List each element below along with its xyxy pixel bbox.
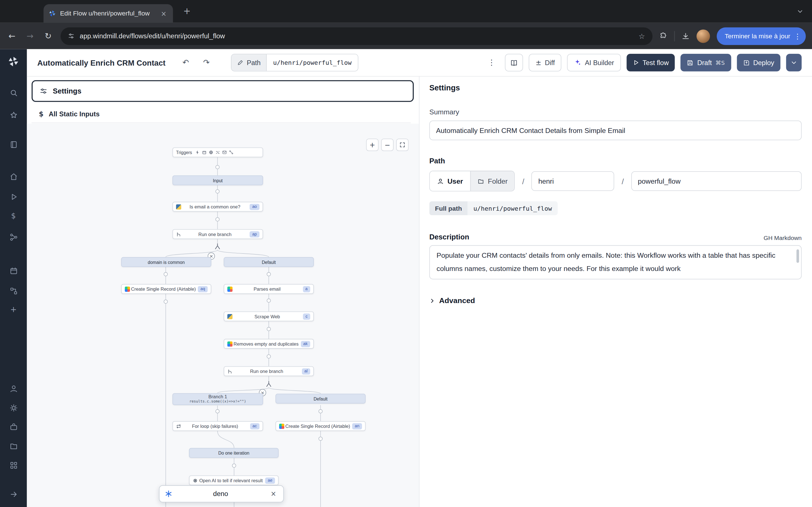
insert-step-dot[interactable]	[267, 354, 271, 358]
sidebar-item-apps[interactable]	[0, 461, 27, 470]
tab-close-icon[interactable]: ×	[160, 10, 168, 17]
flow-title[interactable]: Automatically Enrich CRM Contact	[37, 58, 165, 67]
advanced-toggle[interactable]: Advanced	[429, 296, 802, 304]
flow-node-input[interactable]: Input	[172, 175, 263, 185]
flow-node-removes-empty[interactable]: Removes empty and duplicates ak	[223, 339, 314, 349]
browser-menu-kebab-icon[interactable]: ⋮	[794, 32, 802, 40]
sidebar-item-home[interactable]	[0, 172, 27, 181]
test-flow-button[interactable]: Test flow	[626, 54, 675, 71]
sidebar-item-schedules[interactable]	[0, 267, 27, 275]
fullscreen-button[interactable]	[396, 138, 409, 151]
path-owner-input[interactable]	[531, 171, 614, 191]
flow-node-create-record-2[interactable]: Create Single Record (Airtable) an	[275, 421, 366, 431]
flow-node-branch-default-1[interactable]: Default	[223, 257, 314, 267]
description-scrollbar[interactable]	[797, 249, 799, 263]
deploy-dropdown-button[interactable]	[786, 54, 802, 71]
flow-node-openai[interactable]: Open AI to tell if relevant result ae	[189, 475, 278, 485]
popup-close-icon[interactable]: ×	[269, 490, 278, 498]
sidebar-item-add[interactable]: +	[0, 305, 27, 314]
flow-node-parses-email[interactable]: Parses email a	[223, 284, 314, 294]
update-button-label: Terminer la mise à jour	[725, 33, 790, 40]
flow-node-branch-domain[interactable]: domain is common	[121, 257, 211, 267]
sidebar-item-runs[interactable]	[0, 192, 27, 201]
insert-step-dot[interactable]	[267, 272, 271, 276]
summary-input[interactable]	[429, 121, 802, 140]
path-chip-value[interactable]: u/henri/powerful_flow	[267, 54, 358, 71]
sidebar-item-variables[interactable]: $	[0, 212, 27, 220]
insert-step-dot[interactable]	[319, 409, 323, 413]
reload-button[interactable]: ↻	[43, 31, 54, 41]
sidebar-item-docs[interactable]	[0, 140, 27, 149]
browser-tab[interactable]: Edit Flow u/henri/powerful_flow ×	[43, 4, 173, 23]
address-bar[interactable]: app.windmill.dev/flows/edit/u/henri/powe…	[61, 27, 652, 45]
flow-node-run-one-branch-1[interactable]: Run one branch ap	[172, 229, 263, 239]
sidebar-item-user[interactable]	[0, 385, 27, 393]
download-icon[interactable]	[681, 32, 689, 40]
settings-panel: Settings Summary Path User Folder / / Fu…	[420, 76, 812, 507]
owner-kind-folder[interactable]: Folder	[470, 171, 515, 191]
insert-step-dot[interactable]	[267, 327, 271, 331]
profile-avatar[interactable]	[696, 29, 710, 43]
insert-step-dot[interactable]	[215, 165, 220, 169]
redo-button[interactable]: ↷	[199, 55, 214, 70]
forward-button[interactable]: →	[24, 31, 36, 41]
insert-step-dot[interactable]	[215, 217, 220, 221]
sidebar-item-resources[interactable]	[0, 233, 27, 242]
flow-node-branch-1[interactable]: Branch 1 results.c.some((x)=>x!="")	[172, 393, 263, 405]
header-kebab-icon[interactable]: ⋮	[484, 55, 499, 70]
undo-button[interactable]: ↶	[178, 55, 193, 70]
flow-settings-card[interactable]: Settings	[32, 80, 414, 102]
zoom-out-button[interactable]: −	[381, 138, 394, 151]
branch-split-icon	[266, 381, 272, 388]
new-tab-button[interactable]: +	[181, 6, 193, 16]
flow-node-for-loop[interactable]: For loop (skip failures) ac	[172, 421, 263, 431]
deploy-button[interactable]: Deploy	[737, 54, 780, 71]
description-row: Description GH Markdown	[429, 233, 802, 241]
draft-button[interactable]: Draft ⌘S	[680, 54, 731, 71]
flow-node-do-one-iteration[interactable]: Do one iteration	[189, 448, 278, 458]
insert-step-dot[interactable]	[319, 437, 323, 441]
sidebar-item-workers[interactable]	[0, 423, 27, 432]
sidebar-expand-arrow-icon[interactable]	[0, 490, 27, 499]
sidebar-item-search[interactable]	[0, 89, 27, 97]
insert-step-dot[interactable]	[215, 409, 220, 413]
back-button[interactable]: ←	[6, 31, 17, 41]
insert-step-dot[interactable]	[267, 298, 271, 303]
docs-book-button[interactable]	[505, 54, 523, 71]
insert-step-dot[interactable]	[215, 189, 220, 193]
sidebar-item-favorites[interactable]	[0, 111, 27, 119]
sidebar-item-settings[interactable]	[0, 404, 27, 412]
node-label: Open AI to tell if relevant result	[199, 478, 263, 483]
header-path-chip[interactable]: Path u/henri/powerful_flow	[231, 54, 358, 71]
language-popup[interactable]: deno ×	[159, 485, 284, 503]
flow-node-is-email-common[interactable]: Is email a common one? ao	[172, 202, 263, 212]
flow-graph-canvas[interactable]: × × + − Triggers Input	[27, 124, 419, 507]
deno-icon	[165, 490, 172, 498]
windmill-logo[interactable]	[0, 56, 27, 67]
owner-kind-user[interactable]: User	[430, 171, 470, 191]
tab-search-chevron-icon[interactable]	[795, 6, 806, 17]
gh-markdown-label: GH Markdown	[763, 235, 802, 241]
bookmark-star-icon[interactable]: ☆	[639, 32, 645, 40]
insert-step-dot[interactable]	[232, 464, 236, 468]
flow-node-run-one-branch-2[interactable]: Run one branch al	[223, 366, 314, 376]
flow-node-branch-default-2[interactable]: Default	[275, 394, 366, 404]
extensions-icon[interactable]	[659, 32, 667, 40]
all-static-inputs-row[interactable]: $ All Static Inputs	[32, 106, 410, 123]
site-settings-icon[interactable]	[68, 33, 75, 40]
path-name-input[interactable]	[631, 171, 802, 191]
browser-update-button[interactable]: Terminer la mise à jour ⋮	[716, 27, 806, 45]
flow-node-scrape-web[interactable]: Scrape Web c	[223, 312, 314, 321]
node-label: For loop (skip failures)	[183, 424, 248, 429]
sidebar-item-folders[interactable]	[0, 442, 27, 451]
ai-builder-button[interactable]: AI Builder	[567, 54, 621, 71]
sidebar-item-flows[interactable]	[0, 287, 27, 295]
flow-node-create-record-1[interactable]: Create Single Record (Airtable) aq	[121, 284, 211, 294]
diff-button[interactable]: ± Diff	[529, 54, 562, 71]
description-textarea[interactable]: Populate your CRM contacts' details from…	[429, 245, 802, 279]
zoom-in-button[interactable]: +	[366, 138, 378, 151]
node-label: Run one branch	[183, 231, 248, 237]
insert-step-dot[interactable]	[163, 299, 168, 304]
insert-step-dot[interactable]	[163, 272, 168, 276]
flow-node-triggers[interactable]: Triggers	[172, 147, 263, 157]
